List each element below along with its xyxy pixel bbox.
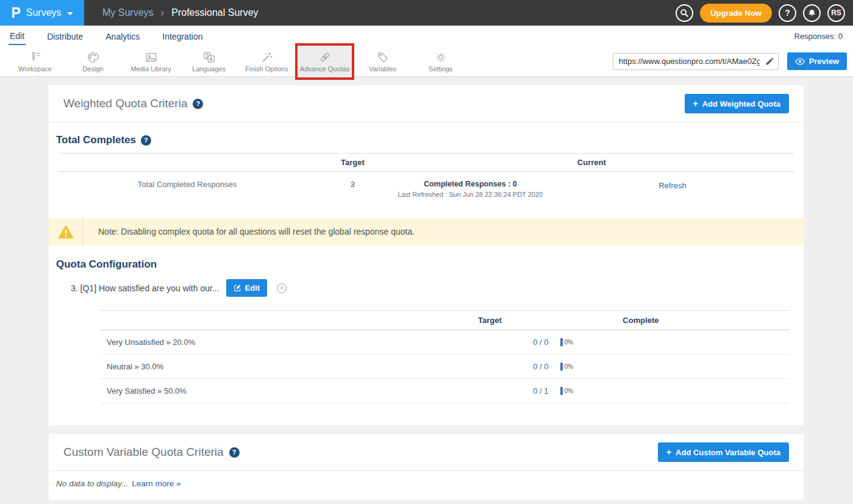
- quota-table-header: Target Complete: [101, 310, 790, 330]
- search-button[interactable]: [676, 4, 693, 22]
- weighted-quota-title: Weighted Quota Criteria ?: [63, 97, 203, 110]
- add-weighted-quota-button[interactable]: + Add Weighted Quota: [685, 94, 790, 113]
- column-target: Target: [445, 316, 535, 325]
- table-row: Total Completed Responses 3 Completed Re…: [59, 172, 794, 207]
- row-label: Total Completed Responses: [59, 180, 316, 189]
- chevron-down-icon: [67, 12, 73, 15]
- progress-percent: 0%: [564, 339, 573, 346]
- refresh-link[interactable]: Refresh: [658, 181, 687, 190]
- breadcrumb: My Surveys › Professional Survey: [102, 7, 259, 19]
- weighted-quota-header: Weighted Quota Criteria ? + Add Weighted…: [49, 85, 804, 122]
- progress-percent: 0%: [564, 363, 573, 370]
- breadcrumb-separator-icon: ›: [161, 7, 165, 19]
- tab-integration[interactable]: Integration: [161, 27, 204, 44]
- target-value: 3: [316, 180, 390, 189]
- add-custom-variable-quota-button[interactable]: + Add Custom Variable Quota: [658, 442, 789, 462]
- product-menu[interactable]: P Surveys: [0, 0, 84, 26]
- question-label: 3. [Q1] How satisfied are you with our..…: [71, 283, 219, 293]
- plus-icon: +: [666, 447, 671, 457]
- image-icon: [145, 51, 158, 64]
- main-nav: Edit Distribute Analytics Integration Re…: [0, 26, 853, 46]
- edit-url-pencil-icon[interactable]: [765, 57, 774, 66]
- toolbar-item-advance-quotas[interactable]: Advance Quotas: [296, 46, 354, 77]
- search-icon: [680, 9, 689, 18]
- answer-label: Very Unsatisfied » 20.0%: [101, 338, 500, 347]
- plus-icon: +: [693, 99, 698, 108]
- table-row: Very Satisfied » 50.0% 0 / 1 0%: [101, 379, 790, 403]
- target-fraction[interactable]: 0 / 0: [500, 362, 548, 371]
- toolbar-item-finish-options[interactable]: Finish Options: [238, 46, 296, 77]
- warning-icon-cell: [49, 218, 83, 245]
- notifications-button[interactable]: [803, 4, 821, 22]
- panel-gap: [49, 500, 804, 504]
- help-icon[interactable]: ?: [193, 99, 203, 109]
- total-completes-title: Total Completes ?: [49, 122, 804, 153]
- progress-cell: 0%: [548, 387, 790, 395]
- progress-percent: 0%: [564, 388, 573, 394]
- edit-pencil-icon: [234, 284, 241, 292]
- weighted-quota-panel: Weighted Quota Criteria ? + Add Weighted…: [49, 85, 804, 425]
- eye-icon: [795, 58, 805, 65]
- tab-edit[interactable]: Edit: [9, 27, 26, 45]
- gear-icon: [434, 51, 448, 64]
- chain-link-icon: [318, 51, 332, 64]
- tab-distribute[interactable]: Distribute: [46, 27, 84, 44]
- upgrade-now-button[interactable]: Upgrade Now: [700, 4, 772, 23]
- tag-icon: [376, 51, 390, 64]
- target-fraction[interactable]: 0 / 1: [500, 386, 548, 396]
- toolbar-item-design[interactable]: Design: [64, 46, 122, 77]
- progress-bar: [560, 338, 563, 346]
- progress-bar: [560, 363, 563, 371]
- bell-icon: [807, 9, 816, 18]
- remove-quota-icon[interactable]: ×: [277, 283, 287, 293]
- quota-note: Note: Disabling complex quota for all qu…: [49, 218, 804, 245]
- current-cell: Completed Responses : 0 Last Refreshed :…: [390, 180, 551, 198]
- workspace-icon: [29, 51, 42, 64]
- help-icon[interactable]: ?: [229, 447, 240, 458]
- target-fraction[interactable]: 0 / 0: [500, 338, 548, 347]
- panel-gap: [49, 425, 804, 434]
- column-target: Target: [316, 158, 390, 167]
- survey-url-area: Preview: [613, 52, 853, 70]
- translate-icon: [202, 51, 216, 64]
- progress-cell: 0%: [548, 363, 790, 371]
- survey-url-input[interactable]: [613, 53, 779, 70]
- no-data-text: No data to display...: [56, 479, 128, 488]
- quota-question-row: 3. [Q1] How satisfied are you with our..…: [49, 278, 804, 303]
- toolbar-item-languages[interactable]: Languages: [180, 46, 238, 77]
- toolbar-item-settings[interactable]: Settings: [412, 46, 469, 77]
- breadcrumb-current: Professional Survey: [171, 7, 258, 18]
- palette-icon: [87, 51, 100, 64]
- custom-variable-quota-title: Custom Variable Quota Criteria ?: [63, 445, 240, 459]
- quota-configuration-table: Target Complete Very Unsatisfied » 20.0%…: [101, 310, 790, 425]
- column-complete: Complete: [535, 316, 790, 325]
- help-icon[interactable]: ?: [141, 135, 151, 146]
- total-completes-table-header: Target Current: [59, 153, 794, 172]
- main-content: Weighted Quota Criteria ? + Add Weighted…: [49, 85, 804, 504]
- learn-more-link[interactable]: Learn more »: [132, 479, 180, 488]
- answer-label: Neutral » 30.0%: [101, 362, 500, 371]
- survey-url-wrap: [613, 53, 779, 70]
- question-mark-icon: ?: [785, 8, 790, 18]
- table-row: Neutral » 30.0% 0 / 0 0%: [101, 355, 790, 379]
- preview-button[interactable]: Preview: [787, 52, 847, 70]
- edit-toolbar: Workspace Design Media Library Languages…: [0, 46, 853, 77]
- toolbar-item-variables[interactable]: Variables: [354, 46, 412, 77]
- table-row: Very Unsatisfied » 20.0% 0 / 0 0%: [101, 330, 790, 355]
- note-text: Note: Disabling complex quota for all qu…: [83, 218, 430, 245]
- warning-triangle-icon: [57, 224, 74, 240]
- custom-variable-quota-panel: Custom Variable Quota Criteria ? + Add C…: [49, 434, 804, 500]
- toolbar-item-workspace[interactable]: Workspace: [6, 46, 64, 77]
- magic-wand-icon: [260, 51, 274, 64]
- edit-quota-button[interactable]: Edit: [226, 279, 268, 297]
- breadcrumb-my-surveys[interactable]: My Surveys: [102, 7, 154, 18]
- topbar-actions: Upgrade Now ? RS: [676, 4, 853, 23]
- questionpro-logo: P: [11, 6, 20, 20]
- help-button[interactable]: ?: [779, 4, 796, 22]
- empty-state: No data to display... Learn more »: [49, 471, 804, 500]
- answer-label: Very Satisfied » 50.0%: [101, 386, 500, 396]
- toolbar-item-media-library[interactable]: Media Library: [122, 46, 180, 77]
- avatar[interactable]: RS: [827, 4, 845, 22]
- tab-analytics[interactable]: Analytics: [104, 27, 141, 44]
- custom-variable-quota-header: Custom Variable Quota Criteria ? + Add C…: [49, 434, 804, 471]
